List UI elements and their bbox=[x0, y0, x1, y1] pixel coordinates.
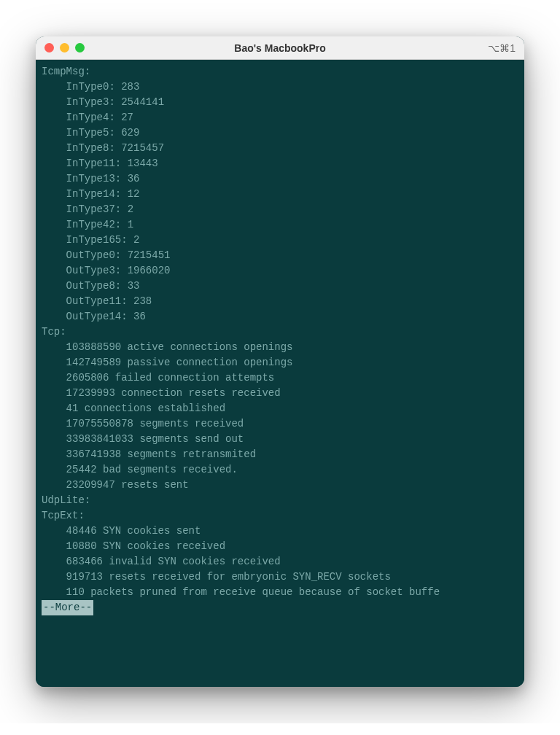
stat-key: OutType3 bbox=[66, 265, 115, 276]
stat-line: 2605806 failed connection attempts bbox=[42, 370, 518, 386]
stat-line: 17075550878 segments received bbox=[42, 416, 518, 432]
stat-line: InType42: 1 bbox=[42, 217, 518, 233]
stat-line: 33983841033 segments send out bbox=[42, 432, 518, 447]
stat-line: InType37: 2 bbox=[42, 202, 518, 217]
stat-value: 238 bbox=[133, 295, 152, 307]
stat-line: 336741938 segments retransmited bbox=[42, 447, 518, 462]
stat-line: 683466 invalid SYN cookies received bbox=[42, 554, 518, 569]
terminal-window: Bao's MacbookPro ⌥⌘1 IcmpMsg: InType0: 2… bbox=[36, 36, 524, 687]
stat-line: 142749589 passive connection openings bbox=[42, 355, 518, 370]
section-header-icmpmsg: IcmpMsg: bbox=[42, 64, 518, 79]
stat-value: 33 bbox=[128, 280, 140, 292]
stat-key: InType13 bbox=[66, 173, 115, 184]
stat-value: 629 bbox=[121, 127, 139, 139]
terminal-body[interactable]: IcmpMsg: InType0: 283 InType3: 2544141 I… bbox=[36, 60, 524, 687]
stat-key: InType14 bbox=[66, 188, 115, 200]
stat-line: 41 connections established bbox=[42, 401, 518, 416]
stat-line: 919713 resets received for embryonic SYN… bbox=[42, 569, 518, 585]
title-bar: Bao's MacbookPro ⌥⌘1 bbox=[36, 36, 524, 60]
stat-line: 10880 SYN cookies received bbox=[42, 539, 518, 554]
stat-key: OutType8 bbox=[66, 280, 115, 292]
stat-value: 1966020 bbox=[128, 265, 171, 276]
stat-line: InType8: 7215457 bbox=[42, 141, 518, 156]
close-icon[interactable] bbox=[44, 43, 54, 52]
stat-line: 17239993 connection resets received bbox=[42, 386, 518, 401]
section-header-tcpext: TcpExt: bbox=[42, 508, 518, 524]
stat-line: 48446 SYN cookies sent bbox=[42, 524, 518, 539]
stat-line: InType14: 12 bbox=[42, 187, 518, 202]
more-indicator[interactable]: --More-- bbox=[42, 600, 93, 615]
traffic-lights bbox=[44, 43, 85, 52]
window-title: Bao's MacbookPro bbox=[234, 42, 325, 54]
stat-line: OutType0: 7215451 bbox=[42, 248, 518, 263]
stat-line: InType11: 13443 bbox=[42, 156, 518, 171]
stat-key: OutType0 bbox=[66, 249, 115, 261]
stat-key: OutType11 bbox=[66, 295, 122, 307]
stat-line: OutType14: 36 bbox=[42, 309, 518, 324]
stat-value: 13443 bbox=[128, 158, 158, 169]
stat-value: 1 bbox=[128, 219, 133, 230]
stat-key: InType8 bbox=[66, 142, 109, 154]
stat-value: 36 bbox=[128, 173, 140, 184]
stat-line: 110 packets pruned from receive queue be… bbox=[42, 585, 518, 600]
stat-key: InType4 bbox=[66, 112, 109, 123]
stat-value: 2 bbox=[128, 203, 133, 215]
stat-line: InType4: 27 bbox=[42, 110, 518, 125]
stat-line: OutType8: 33 bbox=[42, 279, 518, 294]
stat-key: InType11 bbox=[66, 158, 115, 169]
stat-value: 2544141 bbox=[121, 96, 164, 108]
stat-line: 103888590 active connections openings bbox=[42, 340, 518, 355]
stat-key: OutType14 bbox=[66, 311, 122, 322]
stat-line: OutType11: 238 bbox=[42, 294, 518, 309]
stat-value: 7215457 bbox=[121, 142, 164, 154]
stat-line: InType13: 36 bbox=[42, 171, 518, 187]
stat-line: OutType3: 1966020 bbox=[42, 263, 518, 279]
stat-line: InType3: 2544141 bbox=[42, 95, 518, 110]
pager-line[interactable]: --More-- bbox=[42, 600, 518, 615]
stat-key: InType0 bbox=[66, 81, 109, 93]
section-header-udplite: UdpLite: bbox=[42, 493, 518, 508]
stat-key: InType3 bbox=[66, 96, 109, 108]
stat-key: InType165 bbox=[66, 234, 122, 246]
stat-key: InType42 bbox=[66, 219, 115, 230]
stat-line: 23209947 resets sent bbox=[42, 478, 518, 493]
stat-value: 7215451 bbox=[128, 249, 171, 261]
stat-value: 27 bbox=[121, 112, 133, 123]
shortcut-indicator: ⌥⌘1 bbox=[488, 42, 516, 54]
section-header-tcp: Tcp: bbox=[42, 324, 518, 340]
minimize-icon[interactable] bbox=[60, 43, 69, 52]
stat-key: InType5 bbox=[66, 127, 109, 139]
stat-value: 36 bbox=[133, 311, 146, 322]
stat-line: InType5: 629 bbox=[42, 125, 518, 141]
stat-line: InType0: 283 bbox=[42, 79, 518, 95]
stat-key: InType37 bbox=[66, 203, 115, 215]
stat-line: 25442 bad segments received. bbox=[42, 462, 518, 478]
stat-value: 283 bbox=[121, 81, 139, 93]
stat-value: 2 bbox=[133, 234, 139, 246]
stat-value: 12 bbox=[128, 188, 140, 200]
maximize-icon[interactable] bbox=[75, 43, 85, 52]
stat-line: InType165: 2 bbox=[42, 233, 518, 248]
